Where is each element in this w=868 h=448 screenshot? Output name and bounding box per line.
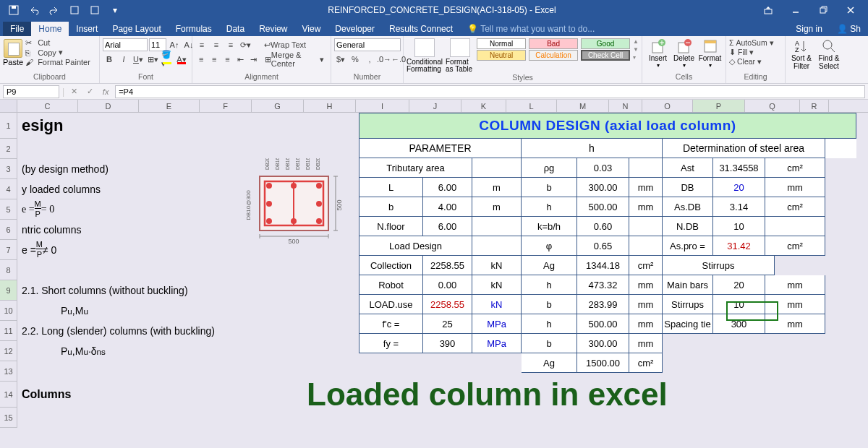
align-middle-button[interactable]: ≡ — [210, 38, 223, 51]
table-cell-4-5[interactable]: As.pro = — [663, 236, 713, 256]
align-bottom-button[interactable]: ≡ — [224, 38, 237, 51]
styles-more[interactable]: ▾ — [633, 54, 639, 61]
table-cell-3-5[interactable] — [629, 217, 663, 236]
tab-formulas[interactable]: Formulas — [169, 22, 219, 36]
merge-center-button[interactable]: ⊞Merge & Center ▾ — [261, 53, 328, 66]
cell-r12[interactable]: Pu,Mu·δns — [17, 341, 357, 361]
col-header-J[interactable]: J — [409, 100, 461, 112]
table-cell-8-3[interactable]: h — [522, 314, 577, 334]
table-cell-10-5[interactable]: cm² — [629, 353, 663, 373]
table-cell-3-7[interactable]: 10 — [713, 217, 765, 236]
tell-me-search[interactable]: 💡 Tell me what you want to do... — [460, 22, 602, 36]
cell-r11[interactable]: 2.2. Long (slender) columns (with buckli… — [17, 321, 357, 341]
table-cell-10-0[interactable] — [359, 353, 423, 373]
format-painter-button[interactable]: 🖌Format Painter — [25, 58, 90, 66]
table-cell-8-1[interactable]: 25 — [423, 314, 472, 334]
select-all-corner[interactable] — [0, 100, 17, 112]
table-cell-2-8[interactable]: cm² — [765, 197, 825, 217]
qat-custom-2[interactable] — [85, 1, 104, 19]
delete-cells-button[interactable]: Delete▾ — [671, 38, 697, 69]
format-as-table-button[interactable]: Format as Table — [446, 38, 474, 73]
restore-button[interactable] — [810, 1, 836, 19]
table-cell-9-3[interactable]: b — [522, 334, 577, 353]
align-center-button[interactable]: ≡ — [208, 53, 220, 66]
fill-color-button[interactable]: 🪣▾ — [161, 53, 174, 66]
name-box[interactable]: P9 — [3, 85, 59, 98]
table-cell-8-7[interactable]: 300 — [713, 314, 765, 334]
table-cell-8-0[interactable]: f'c = — [359, 314, 423, 334]
worksheet[interactable]: C D E F G H I J K L M N O P Q R 1 2 3 4 … — [0, 100, 868, 448]
row-header-14[interactable]: 14 — [0, 382, 17, 408]
font-name-combo[interactable]: Arial — [103, 38, 148, 51]
tab-data[interactable]: Data — [219, 22, 252, 36]
table-cell-1-6[interactable]: DB — [663, 178, 713, 197]
table-cell-9-6[interactable] — [663, 334, 713, 353]
col-header-H[interactable]: H — [304, 100, 356, 112]
font-color-button[interactable]: A▾ — [175, 53, 188, 66]
hdr-determination[interactable]: Determination of steel area — [663, 139, 825, 158]
table-cell-2-0[interactable]: b — [359, 197, 423, 217]
minimize-button[interactable] — [783, 1, 809, 19]
row-header-7[interactable]: 7 — [0, 240, 17, 260]
table-cell-2-2[interactable]: m — [472, 197, 522, 217]
italic-button[interactable]: I — [117, 53, 130, 66]
row-header-15[interactable]: 15 — [0, 408, 17, 428]
table-cell-7-6[interactable]: Stirrups — [663, 295, 713, 314]
row-header-11[interactable]: 11 — [0, 321, 17, 341]
table-cell-3-8[interactable] — [765, 217, 825, 236]
table-cell-4-2[interactable]: φ — [522, 236, 577, 256]
tab-view[interactable]: View — [295, 22, 328, 36]
table-cell-2-4[interactable]: 500.00 — [577, 197, 629, 217]
sign-in-link[interactable]: Sign in — [788, 22, 830, 36]
align-right-button[interactable]: ≡ — [221, 53, 233, 66]
cell-r10[interactable]: Pu,Mu — [17, 301, 357, 321]
cut-button[interactable]: ✂Cut — [25, 38, 90, 47]
table-cell-5-3[interactable]: Ag — [522, 256, 577, 275]
table-cell-0-1[interactable] — [472, 158, 522, 178]
row-header-10[interactable]: 10 — [0, 301, 17, 321]
row-header-6[interactable]: 6 — [0, 220, 17, 240]
share-button[interactable]: 👤 Sh — [830, 22, 868, 36]
format-cells-button[interactable]: Format▾ — [697, 38, 723, 69]
qat-dropdown[interactable]: ▾ — [106, 1, 124, 19]
border-button[interactable]: ⊞▾ — [146, 53, 159, 66]
save-button[interactable] — [4, 1, 23, 19]
table-cell-7-0[interactable]: LOAD.use — [359, 295, 423, 314]
table-cell-6-8[interactable]: mm — [765, 275, 825, 295]
table-cell-5-0[interactable]: Collection — [359, 256, 423, 275]
table-cell-9-8[interactable] — [765, 334, 825, 353]
decrease-indent-button[interactable]: ⇤ — [235, 53, 247, 66]
ribbon-options-button[interactable] — [755, 1, 781, 19]
undo-button[interactable] — [25, 1, 43, 19]
table-cell-2-5[interactable]: mm — [629, 197, 663, 217]
find-select-button[interactable]: Find & Select — [816, 38, 842, 70]
redo-button[interactable] — [45, 1, 64, 19]
table-cell-9-4[interactable]: 300.00 — [577, 334, 629, 353]
table-cell-8-6[interactable]: Spacing tie — [663, 314, 713, 334]
table-cell-3-4[interactable]: 0.60 — [577, 217, 629, 236]
table-cell-8-4[interactable]: 500.00 — [577, 314, 629, 334]
table-cell-4-3[interactable]: 0.65 — [577, 236, 629, 256]
enter-formula-button[interactable]: ✓ — [83, 87, 96, 96]
copy-button[interactable]: ⎘Copy ▾ — [25, 48, 90, 57]
row-header-9[interactable]: 9 — [0, 280, 17, 301]
row-header-3[interactable]: 3 — [0, 159, 17, 179]
table-cell-4-0[interactable]: Load Design — [359, 236, 472, 256]
col-header-E[interactable]: E — [139, 100, 200, 112]
table-cell-7-5[interactable]: mm — [629, 295, 663, 314]
tab-insert[interactable]: Insert — [69, 22, 105, 36]
table-cell-6-0[interactable]: Robot — [359, 275, 423, 295]
style-bad[interactable]: Bad — [529, 38, 578, 49]
currency-button[interactable]: $▾ — [334, 53, 347, 66]
table-cell-1-1[interactable]: 6.00 — [423, 178, 472, 197]
table-cell-0-0[interactable]: Tributary area — [359, 158, 472, 178]
tab-results-connect[interactable]: Results Connect — [382, 22, 460, 36]
styles-scroll-up[interactable]: ▲ — [633, 38, 639, 45]
insert-cells-button[interactable]: Insert▾ — [645, 38, 671, 69]
bold-button[interactable]: B — [103, 53, 116, 66]
table-cell-7-3[interactable]: b — [522, 295, 577, 314]
cell-r9[interactable]: 2.1. Short columns (without buckling) — [17, 280, 357, 301]
table-cell-6-1[interactable]: 0.00 — [423, 275, 472, 295]
col-header-P[interactable]: P — [693, 100, 745, 112]
paste-button[interactable]: Paste — [3, 58, 23, 66]
